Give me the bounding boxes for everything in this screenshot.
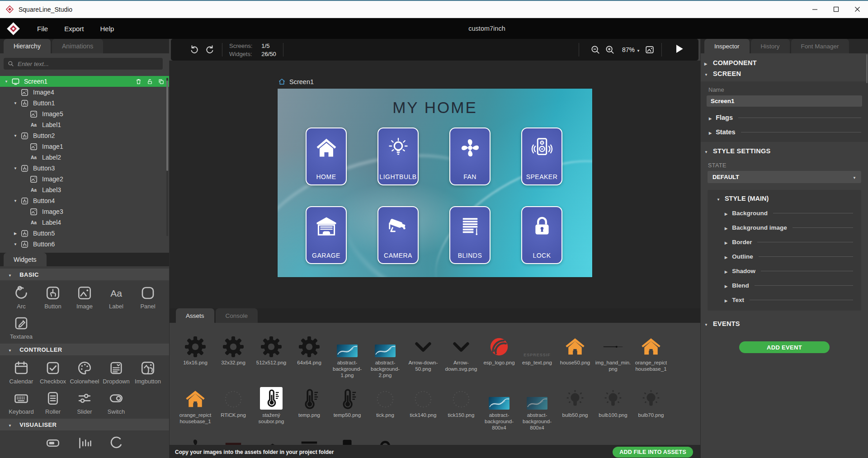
widget-item[interactable]: Switch [100, 390, 132, 415]
widget-item[interactable] [69, 435, 100, 453]
asset-item[interactable]: abstract-background-1.png [328, 334, 366, 378]
widget-item[interactable]: Panel [132, 285, 164, 310]
style-property-row[interactable]: Shadow [725, 268, 856, 274]
design-canvas[interactable]: Screen1 MY HOME HOME LIGHTBULB FAN SPEAK… [169, 61, 700, 308]
copy-icon[interactable] [158, 78, 165, 85]
widget-item[interactable]: Imgbutton [132, 360, 164, 385]
tab-widgets[interactable]: Widgets [4, 253, 47, 266]
expander-icon[interactable]: ▶ [13, 231, 18, 236]
asset-item[interactable]: abstract-background-800x4 [480, 386, 518, 431]
zoom-level[interactable]: 87% [622, 46, 635, 53]
widget-item[interactable]: Textarea [5, 315, 37, 340]
tab-font-manager[interactable]: Font Manager [791, 39, 849, 53]
state-dropdown[interactable]: DEFAULT [708, 171, 861, 183]
widget-item[interactable]: Slider [69, 390, 100, 415]
design-tile-button[interactable]: LIGHTBULB [377, 127, 419, 185]
widget-item[interactable]: Roller [37, 390, 69, 415]
widget-item[interactable]: Keyboard [5, 390, 37, 415]
widget-item[interactable] [5, 435, 37, 453]
menu-help[interactable]: Help [100, 25, 114, 33]
tree-item[interactable]: Aa Label2 [0, 152, 169, 163]
section-screen[interactable]: SCREEN [701, 68, 868, 79]
widget-item[interactable] [100, 435, 132, 453]
section-style-settings[interactable]: STYLE SETTINGS [701, 146, 868, 156]
section-style-main[interactable]: STYLE (MAIN) [713, 195, 856, 202]
asset-item[interactable] [252, 434, 290, 445]
design-tile-button[interactable]: LOCK [521, 206, 562, 264]
design-tile-button[interactable]: SPEAKER [521, 127, 562, 185]
asset-item[interactable]: temp50.png [328, 386, 366, 431]
widget-item[interactable]: Aa Label [100, 285, 132, 310]
screen-name-input[interactable] [707, 95, 862, 107]
asset-item[interactable]: 16x16.png [176, 334, 214, 378]
tab-inspector[interactable]: Inspector [704, 39, 750, 53]
redo-button[interactable] [205, 44, 215, 56]
asset-item[interactable] [290, 434, 328, 445]
hierarchy-scrollbar[interactable] [166, 78, 168, 236]
design-tile-button[interactable]: HOME [306, 127, 347, 185]
expander-icon[interactable]: ▼ [13, 166, 18, 170]
widget-item[interactable] [37, 435, 69, 453]
tree-item[interactable]: Image3 [0, 206, 169, 217]
section-basic[interactable]: BASIC [0, 269, 169, 280]
expander-icon[interactable]: ▼ [13, 134, 18, 138]
trash-icon[interactable] [135, 78, 142, 85]
tree-item[interactable]: Image1 [0, 141, 169, 152]
asset-item[interactable] [214, 434, 252, 445]
widget-item[interactable]: Dropdown [100, 360, 132, 385]
menu-export[interactable]: Export [64, 25, 84, 33]
design-tile-button[interactable]: BLINDS [449, 206, 491, 264]
expander-icon[interactable]: ▼ [4, 80, 9, 84]
widget-item[interactable]: Arc [5, 285, 37, 310]
tree-item[interactable]: ▼ Button2 [0, 130, 169, 141]
inspector-scrollbar[interactable] [866, 54, 868, 83]
style-property-row[interactable]: Background image [725, 224, 856, 231]
screen-design[interactable]: MY HOME HOME LIGHTBULB FAN SPEAKER GARAG… [277, 88, 593, 278]
tab-animations[interactable]: Animations [52, 39, 103, 53]
add-event-button[interactable]: ADD EVENT [739, 341, 830, 353]
tab-console[interactable]: Console [216, 308, 258, 323]
asset-item[interactable]: esp_logo.png [480, 334, 518, 378]
screen-tab[interactable]: Screen1 [278, 78, 314, 85]
fit-image-button[interactable] [645, 45, 655, 55]
expander-icon[interactable]: ▼ [13, 101, 18, 105]
style-property-row[interactable]: Background [725, 210, 856, 217]
tree-item[interactable]: ▼ Screen1 [0, 76, 169, 87]
asset-item[interactable]: tick.png [366, 386, 404, 431]
asset-item[interactable]: bulb100.png [594, 386, 632, 431]
asset-item[interactable]: Arrow-down-50.png [404, 334, 442, 378]
tree-item[interactable]: ▼ Button6 [0, 239, 169, 250]
asset-item[interactable]: Arrow-down.svg.png [442, 334, 480, 378]
asset-item[interactable]: bulb50.png [556, 386, 594, 431]
widget-item[interactable]: Image [69, 285, 100, 310]
widget-item[interactable]: Colorwheel [69, 360, 100, 385]
style-property-row[interactable]: Blend [725, 282, 856, 289]
asset-item[interactable]: abstract-background-800x4 [518, 386, 556, 431]
asset-item[interactable]: house50.png [556, 334, 594, 378]
asset-item[interactable]: tick150.png [442, 386, 480, 431]
expander-icon[interactable]: ▼ [13, 199, 18, 203]
asset-item[interactable] [366, 434, 404, 445]
add-file-into-assets-button[interactable]: ADD FILE INTO ASSETS [613, 447, 693, 458]
minimize-button[interactable] [804, 1, 826, 18]
asset-item[interactable]: bulb70.png [632, 386, 670, 431]
maximize-button[interactable] [826, 1, 847, 18]
hierarchy-search[interactable] [4, 58, 163, 70]
style-property-row[interactable]: Text [725, 297, 856, 303]
design-tile-button[interactable]: CAMERA [377, 206, 419, 264]
asset-item[interactable]: 32x32.png [214, 334, 252, 378]
tab-assets[interactable]: Assets [176, 308, 214, 323]
play-button[interactable] [673, 43, 685, 57]
asset-item[interactable]: abstract-background-2.png [366, 334, 404, 378]
asset-item[interactable]: RTiCK.png [214, 386, 252, 431]
asset-item[interactable]: orange_repict housebase_1 [176, 386, 214, 431]
widget-item[interactable]: Checkbox [37, 360, 69, 385]
tree-item[interactable]: Image2 [0, 174, 169, 184]
tab-hierarchy[interactable]: Hierarchy [4, 39, 51, 53]
asset-item[interactable] [328, 434, 366, 445]
widget-item[interactable]: Button [37, 285, 69, 310]
menu-file[interactable]: File [37, 25, 48, 33]
widget-item[interactable]: Calendar [5, 360, 37, 385]
tree-item[interactable]: Aa Label3 [0, 184, 169, 195]
zoom-out-button[interactable] [590, 45, 600, 55]
